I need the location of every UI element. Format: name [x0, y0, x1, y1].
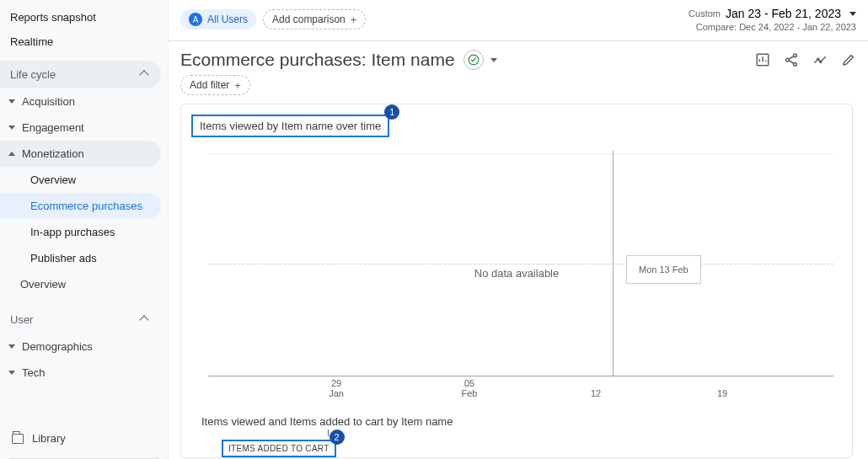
no-data-label: No data available [191, 267, 842, 280]
sidebar-item-realtime[interactable]: Realtime [0, 29, 168, 54]
sidebar-section-user[interactable]: User [0, 306, 161, 334]
chevron-up-icon [139, 70, 148, 79]
sidebar-item-publisher-ads[interactable]: Publisher ads [0, 245, 161, 271]
caret-icon [8, 371, 15, 375]
axis-tick [328, 430, 329, 436]
sidebar-item-demographics[interactable]: Demographics [0, 334, 161, 360]
chart-hover-line [613, 151, 613, 376]
add-filter-button[interactable]: Add filter + [180, 75, 250, 95]
compare-range: Compare: Dec 24, 2022 - Jan 22, 2023 [689, 22, 856, 32]
library-icon [12, 434, 24, 444]
svg-point-5 [820, 61, 822, 62]
sidebar-item-engagement[interactable]: Engagement [0, 115, 161, 141]
sidebar-item-ecommerce-purchases[interactable]: Ecommerce purchases [0, 193, 161, 219]
sidebar-section-life-cycle[interactable]: Life cycle [0, 61, 161, 88]
x-tick: 12 [579, 388, 613, 398]
x-tick: 05Feb [453, 378, 486, 398]
status-check-button[interactable] [463, 50, 484, 70]
callout-badge-1: 1 [384, 104, 399, 120]
titlebar: Ecommerce purchases: Item name [169, 41, 868, 75]
svg-point-6 [817, 58, 819, 60]
topbar: A All Users Add comparison + Custom Jan … [169, 0, 868, 41]
line-chart[interactable]: No data available Mon 13 Feb 29Jan 05Feb… [191, 146, 842, 398]
edit-icon[interactable] [841, 52, 856, 67]
x-tick: 29Jan [319, 378, 353, 398]
date-range-picker[interactable]: Custom Jan 23 - Feb 21, 2023 [689, 7, 856, 20]
caret-icon [8, 125, 15, 130]
caret-down-icon[interactable] [490, 58, 497, 62]
segment-chip-all-users[interactable]: A All Users [180, 9, 256, 29]
page-title: Ecommerce purchases: Item name [180, 50, 455, 70]
check-circle-icon [468, 54, 480, 66]
chart-title: Items viewed by Item name over time [191, 115, 389, 137]
caret-down-icon [849, 12, 856, 16]
chart-card-items-viewed-vs-added: Items viewed and Items added to cart by … [191, 398, 842, 457]
sidebar-item-reports-snapshot[interactable]: Reports snapshot [0, 5, 168, 29]
sidebar-item-library[interactable]: Library [0, 422, 168, 455]
chart-card-items-viewed-over-time: Items viewed by Item name over time 1 No… [180, 104, 853, 458]
chart-tooltip: Mon 13 Feb [626, 255, 701, 284]
x-tick: 19 [705, 388, 739, 398]
sidebar-item-tech[interactable]: Tech [0, 360, 161, 386]
column-header-items-added-to-cart[interactable]: ITEMS ADDED TO CART [222, 440, 336, 457]
share-icon[interactable] [784, 52, 799, 67]
chart-title: Items viewed and Items added to cart by … [201, 415, 832, 428]
sidebar-item-monetization-overview[interactable]: Overview [0, 167, 161, 193]
add-comparison-button[interactable]: Add comparison + [263, 9, 366, 29]
sidebar-item-acquisition[interactable]: Acquisition [0, 88, 161, 115]
chevron-up-icon [139, 315, 148, 324]
sidebar-item-in-app-purchases[interactable]: In-app purchases [0, 219, 161, 245]
plus-icon: + [351, 13, 357, 26]
segment-badge: A [189, 13, 202, 26]
insights-icon[interactable] [812, 52, 828, 67]
plus-icon: + [234, 79, 241, 92]
sidebar: Reports snapshot Realtime Life cycle Acq… [0, 0, 169, 459]
caret-icon [8, 344, 15, 349]
sidebar-item-monetization[interactable]: Monetization [0, 141, 161, 167]
sidebar-item-life-cycle-overview[interactable]: Overview [0, 271, 161, 297]
customize-report-icon[interactable] [755, 52, 770, 67]
callout-badge-2: 2 [330, 430, 345, 445]
caret-down-icon [8, 152, 15, 156]
main: A All Users Add comparison + Custom Jan … [169, 0, 868, 459]
caret-icon [8, 99, 15, 104]
